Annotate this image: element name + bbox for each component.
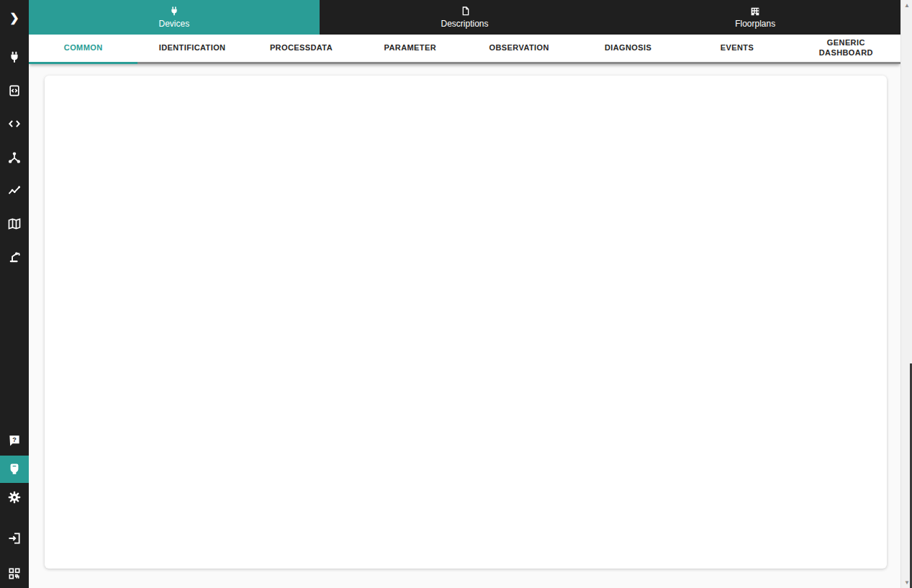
content-card [45,76,887,569]
tab-observation[interactable]: OBSERVATION [465,35,574,64]
sidebar-item-robot[interactable] [0,243,29,271]
sidebar-item-logout[interactable] [0,525,29,552]
sidebar: ❯ ? [0,0,29,588]
analytics-icon [7,184,22,198]
code-icon [7,117,22,131]
plug-icon [7,50,22,65]
tab-descriptions[interactable]: Descriptions [320,0,610,35]
building-icon [749,6,761,17]
sidebar-item-code[interactable] [0,110,29,137]
tab-label: Devices [158,19,189,29]
sidebar-item-device-hub[interactable] [0,144,29,171]
scroll-up-icon[interactable]: ▲ [901,2,912,9]
sidebar-item-qr-scan[interactable] [0,560,29,587]
sidebar-item-help[interactable]: ? [0,427,29,454]
sidebar-item-settings[interactable] [0,484,29,511]
tab-devices[interactable]: Devices [29,0,320,35]
logout-icon [7,531,22,546]
robot-arm-icon [7,250,22,264]
section-tab-bar: COMMON IDENTIFICATION PROCESSDATA PARAME… [29,35,900,64]
tab-processdata[interactable]: PROCESSDATA [247,35,356,64]
tab-common[interactable]: COMMON [29,35,137,64]
chevron-right-icon: ❯ [9,11,19,24]
sidebar-item-analytics[interactable] [0,177,29,204]
tab-events[interactable]: EVENTS [682,35,791,64]
svg-text:?: ? [12,436,17,443]
vertical-scrollbar[interactable]: ▲ ▼ [900,0,912,588]
tab-parameter[interactable]: PARAMETER [356,35,464,64]
floorplan-map-icon [7,217,22,231]
tab-label: Descriptions [441,19,488,29]
device-hub-icon [7,150,22,165]
sidebar-item-devices[interactable] [0,44,29,71]
tab-label: Floorplans [735,19,775,29]
plug-icon [168,6,180,17]
sidebar-item-floorplans[interactable] [0,210,29,238]
pages-icon [459,6,471,17]
tab-diagnosis[interactable]: DIAGNOSIS [574,35,682,64]
sdd-document-icon [7,83,22,98]
help-bubble-icon: ? [7,433,22,448]
sidebar-item-gripper-active[interactable] [0,456,29,483]
gear-icon [7,490,22,505]
qr-scan-icon [7,566,22,581]
tab-identification[interactable]: IDENTIFICATION [137,35,246,64]
vacuum-gripper-icon [7,462,22,476]
sidebar-item-descriptions[interactable] [0,77,29,104]
sidebar-expand-button[interactable]: ❯ [0,0,29,35]
tab-floorplans[interactable]: Floorplans [610,0,900,35]
tab-generic-dashboard[interactable]: GENERIC DASHBOARD [792,35,900,64]
app-window: ❯ ? [0,0,912,588]
main-tab-bar: Devices Descriptions Floorplans [29,0,900,35]
